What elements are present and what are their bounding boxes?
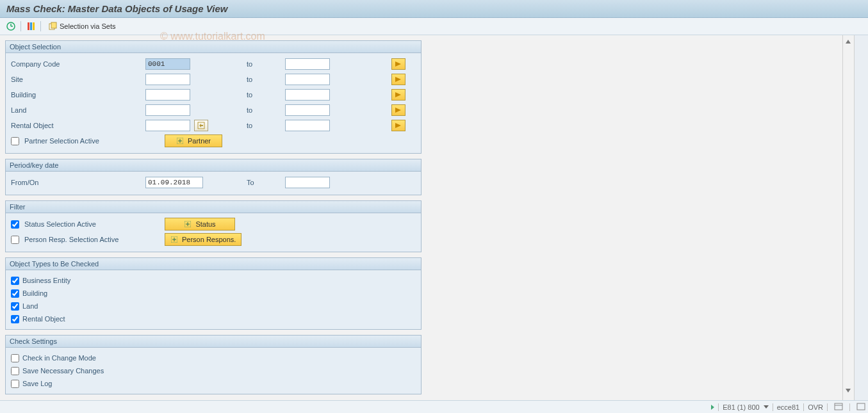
input-company-code-to[interactable] — [285, 58, 330, 70]
scroll-up-icon[interactable] — [844, 38, 852, 45]
button-status[interactable]: Status — [165, 218, 235, 231]
expand-icon — [170, 236, 178, 243]
label-to: to — [247, 60, 285, 68]
checkbox-obj-building[interactable] — [11, 289, 19, 298]
expand-icon — [176, 137, 184, 145]
svg-rect-7 — [51, 22, 56, 28]
input-site-to[interactable] — [285, 74, 330, 85]
label-business-entity: Business Entity — [22, 277, 70, 284]
status-window-icon[interactable] — [854, 403, 868, 412]
execute-icon[interactable] — [5, 20, 17, 32]
checkbox-save-changes[interactable] — [11, 367, 19, 375]
outer-scrollbar[interactable] — [854, 35, 868, 410]
multiselect-site[interactable] — [391, 74, 405, 85]
svg-rect-5 — [33, 22, 35, 30]
label-to: to — [247, 76, 285, 83]
checkbox-change-mode[interactable] — [11, 354, 19, 362]
panel-header-filter: Filter — [6, 201, 421, 213]
panel-header-check-settings: Check Settings — [6, 336, 421, 348]
selection-via-sets-label: Selection via Sets — [60, 22, 115, 30]
label-period-to: To — [247, 179, 285, 186]
dropdown-icon[interactable] — [764, 405, 769, 409]
svg-rect-3 — [28, 22, 29, 30]
toolbar-separator — [20, 21, 21, 31]
panel-object-types: Object Types to Be Checked Business Enti… — [5, 257, 422, 330]
input-site-from[interactable] — [145, 74, 190, 85]
inner-scrollbar[interactable] — [842, 35, 854, 410]
checkbox-save-log[interactable] — [11, 380, 19, 388]
label-to: to — [247, 106, 285, 114]
panel-period: Period/key date From/On To — [5, 159, 422, 195]
status-bar: E81 (1) 800 ecce81 OVR — [0, 400, 868, 413]
label-obj-rental: Rental Object — [22, 315, 65, 323]
toolbar-separator — [40, 21, 41, 31]
page-title: Mass Check: Master Data Objects of Usage… — [6, 3, 227, 14]
multiselect-rental-object[interactable] — [391, 120, 405, 131]
svg-rect-18 — [835, 403, 842, 410]
variant-icon[interactable] — [25, 20, 37, 32]
input-building-to[interactable] — [285, 89, 330, 101]
sets-icon — [49, 22, 58, 31]
multiselect-building[interactable] — [391, 89, 405, 101]
label-save-changes: Save Necessary Changes — [22, 367, 104, 375]
panel-check-settings: Check Settings Check in Change Mode Save… — [5, 335, 422, 394]
label-to: to — [247, 91, 285, 99]
label-status-selection: Status Selection Active — [11, 220, 145, 229]
selection-via-sets-button[interactable]: Selection via Sets — [45, 20, 119, 32]
label-building: Building — [11, 91, 145, 99]
label-company-code: Company Code — [11, 60, 145, 68]
app-toolbar: Selection via Sets — [0, 18, 868, 35]
status-settings-icon[interactable] — [831, 403, 846, 412]
scroll-down-icon[interactable] — [844, 387, 852, 394]
checkbox-obj-rental[interactable] — [11, 315, 19, 323]
label-save-log: Save Log — [22, 380, 52, 387]
checkbox-status-selection[interactable] — [11, 220, 19, 229]
button-person-responsible[interactable]: Person Respons. — [165, 233, 242, 246]
panel-object-selection: Object Selection Company Code to Site to — [5, 40, 422, 154]
button-person-label: Person Respons. — [182, 236, 236, 243]
label-site: Site — [11, 76, 145, 83]
button-partner-label: Partner — [188, 137, 211, 145]
checkbox-person-selection[interactable] — [11, 236, 19, 244]
checkbox-partner-selection[interactable] — [11, 137, 19, 145]
panel-header-object-types: Object Types to Be Checked — [6, 258, 421, 270]
input-period-to[interactable] — [285, 177, 330, 188]
input-land-to[interactable] — [285, 104, 330, 116]
label-from-on: From/On — [11, 179, 145, 186]
button-status-label: Status — [195, 220, 215, 228]
label-obj-land: Land — [22, 302, 38, 310]
checkbox-obj-land[interactable] — [11, 302, 19, 311]
input-building-from[interactable] — [145, 89, 190, 101]
status-expand-icon[interactable] — [711, 405, 714, 410]
checkbox-business-entity[interactable] — [11, 277, 19, 285]
label-change-mode: Check in Change Mode — [22, 354, 96, 362]
status-mode: OVR — [808, 403, 823, 411]
status-system: E81 (1) 800 — [723, 403, 759, 411]
expand-icon — [184, 220, 192, 228]
input-rental-object-to[interactable] — [285, 120, 330, 131]
label-rental-object: Rental Object — [11, 122, 145, 129]
input-period-from[interactable] — [145, 177, 203, 188]
status-server: ecce81 — [777, 403, 799, 411]
panel-header-object-selection: Object Selection — [6, 41, 421, 53]
label-to: to — [247, 122, 285, 129]
label-land: Land — [11, 106, 145, 114]
multiselect-land[interactable] — [391, 104, 405, 116]
title-bar: Mass Check: Master Data Objects of Usage… — [0, 0, 868, 18]
multiselect-company-code[interactable] — [391, 58, 405, 70]
panel-header-period: Period/key date — [6, 159, 421, 172]
panel-filter: Filter Status Selection Active Status — [5, 200, 422, 252]
input-company-code-from[interactable] — [145, 58, 190, 70]
input-land-from[interactable] — [145, 104, 190, 116]
svg-rect-4 — [30, 22, 32, 30]
button-partner[interactable]: Partner — [165, 134, 222, 147]
content-area: Object Selection Company Code to Site to — [0, 35, 868, 410]
search-help-rental-object[interactable] — [194, 120, 208, 131]
main-column: Object Selection Company Code to Site to — [0, 35, 427, 410]
label-partner-selection: Partner Selection Active — [11, 137, 145, 145]
label-person-selection: Person Resp. Selection Active — [11, 236, 145, 244]
label-obj-building: Building — [22, 289, 47, 297]
input-rental-object-from[interactable] — [145, 120, 190, 131]
svg-rect-20 — [857, 403, 865, 410]
